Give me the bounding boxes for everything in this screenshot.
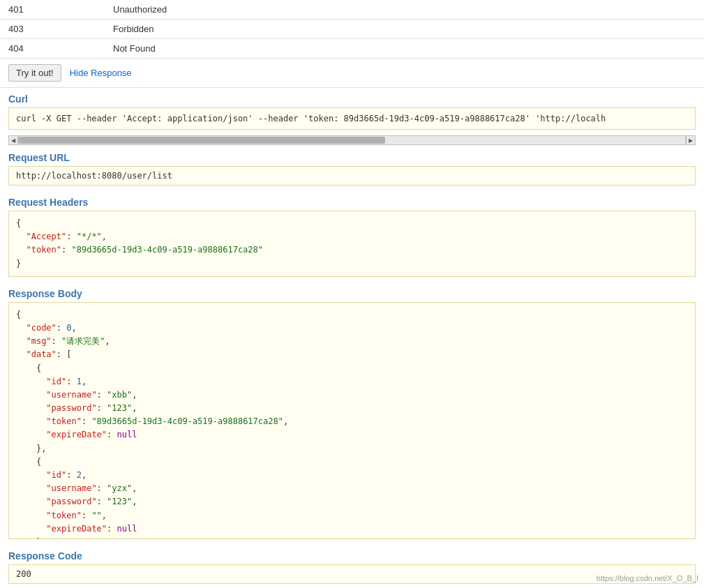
request-url-label: Request URL — [0, 146, 704, 166]
response-code-text: 200 — [16, 569, 31, 579]
table-row: 403 Forbidden — [0, 20, 704, 39]
scroll-left-btn[interactable]: ◀ — [8, 135, 18, 145]
main-container: 401 Unauthorized 403 Forbidden 404 Not F… — [0, 0, 704, 588]
status-code-403: 403 — [0, 20, 105, 39]
watermark: https://blog.csdn.net/X_O_B_I — [597, 574, 698, 582]
status-desc-403: Forbidden — [105, 20, 704, 39]
response-body-box[interactable]: { "code": 0, "msg": "请求完美", "data": [ { … — [8, 302, 696, 539]
table-row: 401 Unauthorized — [0, 0, 704, 20]
response-code-box: 200 — [8, 564, 696, 584]
curl-label: Curl — [0, 88, 704, 107]
request-headers-box: { "Accept": "*/*", "token": "89d3665d-19… — [8, 211, 696, 277]
scroll-thumb — [19, 137, 385, 144]
table-row: 404 Not Found — [0, 39, 704, 59]
status-code-404: 404 — [0, 39, 105, 59]
try-it-button[interactable]: Try it out! — [8, 64, 61, 82]
curl-box: curl -X GET --header 'Accept: applicatio… — [8, 107, 696, 130]
status-desc-401: Unauthorized — [105, 0, 704, 20]
curl-text: curl -X GET --header 'Accept: applicatio… — [16, 114, 606, 123]
response-json: { "code": 0, "msg": "请求完美", "data": [ { … — [16, 308, 688, 539]
hide-response-link[interactable]: Hide Response — [70, 68, 132, 78]
headers-line-2: "Accept": "*/*", — [16, 230, 688, 243]
status-code-401: 401 — [0, 0, 105, 20]
scroll-track[interactable] — [18, 135, 686, 145]
headers-line-4: } — [16, 257, 688, 271]
response-body-label: Response Body — [0, 282, 704, 302]
headers-line-1: { — [16, 217, 688, 230]
curl-scrollbar[interactable]: ◀ ▶ — [8, 135, 696, 145]
headers-line-3: "token": "89d3665d-19d3-4c09-a519-a98886… — [16, 243, 688, 257]
request-headers-label: Request Headers — [0, 191, 704, 211]
try-it-row: Try it out! Hide Response — [0, 59, 704, 88]
scroll-right-btn[interactable]: ▶ — [686, 135, 696, 145]
response-code-label: Response Code — [0, 545, 704, 564]
status-desc-404: Not Found — [105, 39, 704, 59]
status-table: 401 Unauthorized 403 Forbidden 404 Not F… — [0, 0, 704, 59]
request-url-text: http://localhost:8080/user/list — [16, 171, 172, 181]
request-url-box: http://localhost:8080/user/list — [8, 166, 696, 186]
